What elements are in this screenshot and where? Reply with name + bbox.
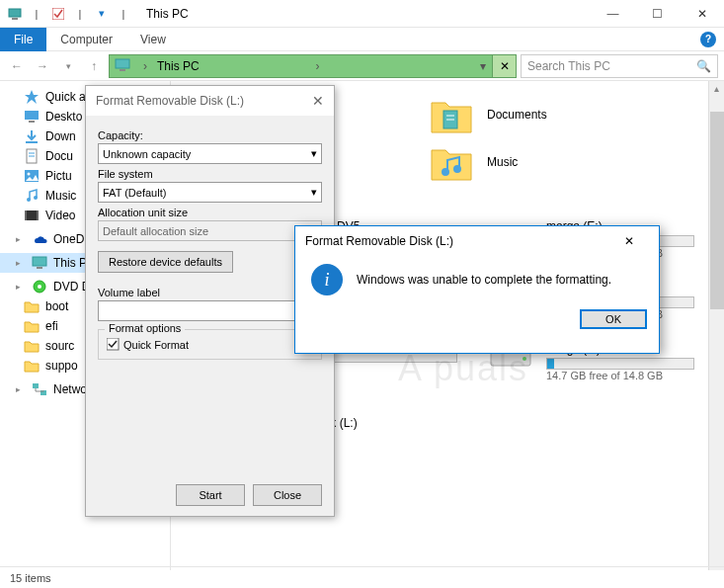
- help-icon[interactable]: ?: [700, 32, 716, 47]
- divider: |: [115, 5, 132, 23]
- chevron-down-icon: ▾: [311, 186, 317, 199]
- svg-point-15: [34, 196, 38, 200]
- svg-rect-42: [107, 338, 119, 350]
- up-button[interactable]: ↑: [83, 55, 105, 77]
- svg-marker-5: [25, 90, 39, 104]
- refresh-button[interactable]: ✕: [492, 55, 516, 77]
- svg-rect-2: [52, 8, 64, 20]
- start-button[interactable]: Start: [176, 484, 245, 506]
- window-controls: — ☐ ✕: [591, 0, 724, 28]
- pic-icon: [24, 168, 40, 184]
- minimize-button[interactable]: —: [591, 0, 635, 28]
- info-icon: i: [311, 264, 343, 295]
- svg-rect-1: [12, 18, 18, 20]
- history-dropdown[interactable]: ▾: [474, 59, 492, 73]
- sidebar-item-label: Docu: [45, 149, 73, 163]
- folder-icon: [24, 298, 40, 314]
- pc-icon: [6, 5, 24, 23]
- tab-view[interactable]: View: [126, 29, 180, 50]
- desktop-icon: [24, 109, 40, 125]
- address-bar[interactable]: › This PC › ▾ ✕: [109, 54, 517, 78]
- recent-dropdown[interactable]: ▾: [57, 55, 79, 77]
- svg-rect-7: [29, 121, 35, 123]
- file-tab[interactable]: File: [0, 28, 46, 51]
- ribbon: File Computer View ?: [0, 28, 724, 51]
- error-dialog: Format Removable Disk (L:) ✕ i Windows w…: [294, 225, 660, 354]
- sidebar-item-label: Quick a: [45, 90, 86, 104]
- star-icon: [24, 89, 40, 105]
- chevron-right-icon: ▸: [16, 282, 26, 292]
- allocation-select[interactable]: Default allocation size: [98, 220, 322, 241]
- svg-point-14: [27, 198, 31, 202]
- quick-access-toolbar: | | ▾ |: [0, 5, 138, 23]
- status-bar: 15 items: [0, 566, 724, 588]
- scrollbar-thumb[interactable]: [710, 112, 724, 309]
- tab-computer[interactable]: Computer: [46, 29, 126, 50]
- down-icon: [24, 128, 40, 144]
- divider: |: [28, 5, 45, 23]
- sidebar-item-label: Deskto: [45, 110, 82, 124]
- video-icon: [24, 208, 40, 223]
- chevron-right-icon: ▸: [16, 234, 26, 244]
- sidebar-item-label: efi: [45, 319, 58, 333]
- capacity-label: Capacity:: [98, 129, 322, 141]
- svg-rect-20: [37, 267, 42, 269]
- scroll-up-icon[interactable]: ▴: [709, 81, 724, 96]
- folder-item[interactable]: Documents: [428, 91, 645, 138]
- search-input[interactable]: Search This PC 🔍: [521, 54, 718, 78]
- divider: |: [71, 5, 89, 23]
- doc-icon: [24, 148, 40, 164]
- folder-name: Music: [487, 155, 518, 169]
- checkbox-icon[interactable]: [49, 5, 67, 23]
- folder-icon: [24, 358, 40, 374]
- chevron-right-icon: ▸: [16, 384, 26, 394]
- titlebar: | | ▾ | This PC — ☐ ✕: [0, 0, 724, 28]
- ok-button[interactable]: OK: [580, 309, 647, 329]
- volume-label-label: Volume label: [98, 287, 322, 298]
- filesystem-select[interactable]: FAT (Default)▾: [98, 182, 322, 203]
- maximize-button[interactable]: ☐: [635, 0, 680, 28]
- forward-button[interactable]: →: [32, 55, 53, 77]
- svg-rect-0: [9, 9, 21, 17]
- chevron-right-icon[interactable]: ›: [310, 59, 326, 73]
- svg-rect-23: [33, 383, 39, 388]
- close-button[interactable]: ✕: [609, 227, 649, 255]
- error-dialog-titlebar: Format Removable Disk (L:) ✕: [295, 226, 659, 256]
- restore-defaults-button[interactable]: Restore device defaults: [98, 251, 233, 273]
- sidebar-item-label: Video: [45, 209, 75, 222]
- back-button[interactable]: ←: [6, 55, 28, 77]
- svg-rect-17: [25, 210, 27, 220]
- error-message: Windows was unable to complete the forma…: [357, 273, 611, 287]
- close-button[interactable]: ✕: [680, 0, 724, 28]
- quick-format-checkbox[interactable]: Quick Format: [107, 338, 313, 351]
- folder-icon: [24, 318, 40, 334]
- dvd-icon: [32, 279, 47, 294]
- chevron-right-icon: ▸: [16, 258, 26, 268]
- sidebar-item-label: boot: [45, 299, 68, 313]
- svg-rect-4: [120, 69, 125, 71]
- address-text: This PC: [153, 59, 310, 73]
- svg-rect-19: [33, 257, 46, 266]
- checkbox-checked-icon: [107, 338, 120, 351]
- search-placeholder: Search This PC: [527, 59, 610, 73]
- volume-label-input[interactable]: [98, 300, 322, 321]
- folder-item[interactable]: Music: [428, 138, 645, 186]
- navigation-bar: ← → ▾ ↑ › This PC › ▾ ✕ Search This PC 🔍: [0, 51, 724, 81]
- close-button[interactable]: Close: [253, 484, 322, 506]
- capacity-select[interactable]: Unknown capacity▾: [98, 143, 322, 164]
- svg-point-29: [453, 165, 461, 173]
- svg-rect-16: [25, 210, 39, 220]
- scrollbar[interactable]: ▴: [708, 81, 724, 570]
- capacity-bar: [546, 358, 694, 370]
- close-icon[interactable]: ✕: [312, 93, 324, 109]
- dropdown-icon[interactable]: ▾: [93, 5, 111, 23]
- svg-rect-18: [37, 210, 39, 220]
- pc-icon: [114, 58, 133, 74]
- onedrive-icon: [32, 231, 47, 247]
- sidebar-item-label: Pictu: [45, 169, 72, 183]
- svg-rect-8: [26, 141, 38, 143]
- svg-point-39: [523, 357, 526, 361]
- error-dialog-title: Format Removable Disk (L:): [305, 234, 453, 248]
- pc-icon: [32, 255, 47, 271]
- chevron-right-icon[interactable]: ›: [137, 59, 153, 73]
